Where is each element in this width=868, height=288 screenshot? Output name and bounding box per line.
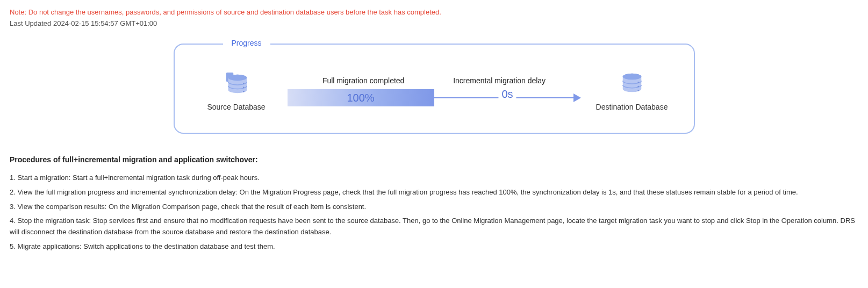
full-stage-label: Full migration completed [322, 76, 405, 85]
svg-point-10 [637, 90, 639, 91]
migration-flow: Source Database Full migration completed… [196, 71, 672, 111]
list-item: 4. Stop the migration task: Stop service… [10, 215, 858, 238]
database-icon [620, 71, 644, 96]
procedures-list: 1. Start a migration: Start a full+incre… [10, 172, 858, 253]
list-item: 3. View the comparison results: On the M… [10, 201, 858, 213]
svg-point-4 [243, 87, 244, 88]
svg-point-2 [228, 75, 247, 81]
procedures-heading: Procedures of full+incremental migration… [10, 155, 858, 164]
progress-panel: Progress Source Database Fu [174, 44, 695, 134]
database-icon [224, 71, 249, 96]
incremental-delay-value: 0s [498, 88, 516, 100]
progress-middle: Full migration completed Incremental mig… [288, 76, 581, 106]
incremental-stage-label: Incremental migration delay [453, 76, 546, 85]
svg-point-8 [637, 82, 639, 83]
svg-point-7 [622, 74, 641, 80]
last-updated: Last Updated 2024-02-15 15:54:57 GMT+01:… [10, 19, 858, 27]
list-item: 2. View the full migration progress and … [10, 187, 858, 198]
list-item: 5. Migrate applications: Switch applicat… [10, 241, 858, 253]
svg-point-3 [243, 83, 244, 84]
destination-label: Destination Database [596, 103, 668, 111]
source-endpoint: Source Database [196, 71, 277, 111]
svg-point-9 [637, 86, 639, 87]
full-progress-bar: 100% [288, 89, 434, 106]
svg-point-5 [243, 91, 244, 92]
procedures-section: Procedures of full+incremental migration… [10, 155, 858, 253]
panel-legend: Progress [223, 39, 270, 47]
warning-note: Note: Do not change the usernames, passw… [10, 8, 858, 16]
source-label: Source Database [207, 103, 265, 111]
full-progress-percent: 100% [347, 92, 374, 104]
destination-endpoint: Destination Database [592, 71, 672, 111]
list-item: 1. Start a migration: Start a full+incre… [10, 172, 858, 184]
incremental-arrow: 0s [434, 89, 581, 106]
